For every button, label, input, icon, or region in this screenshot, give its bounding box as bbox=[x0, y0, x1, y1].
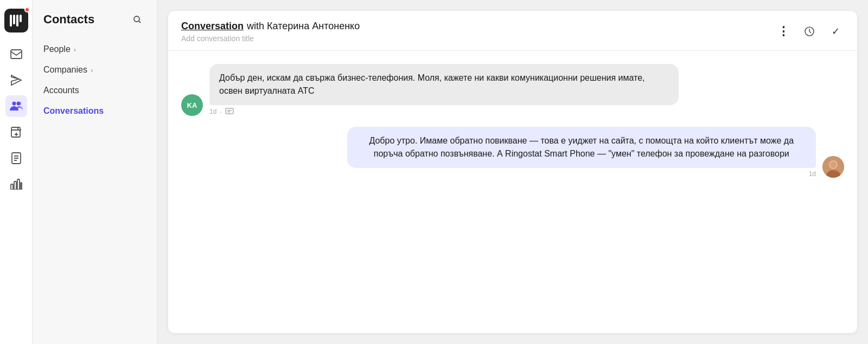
sidebar-item-accounts-label: Accounts bbox=[43, 86, 79, 95]
conversation-link[interactable]: Conversation bbox=[181, 21, 244, 32]
chevron-right-icon: › bbox=[74, 46, 76, 54]
sidebar-title: Contacts bbox=[43, 12, 94, 27]
message-area[interactable]: KA Добър ден, искам да свържа бизнес-тел… bbox=[168, 51, 857, 333]
conversation-subtitle[interactable]: Add conversation title bbox=[181, 34, 360, 43]
transcript-view-icon[interactable] bbox=[225, 108, 234, 115]
message-row: KA Добър ден, искам да свържа бизнес-тел… bbox=[181, 64, 679, 116]
svg-point-19 bbox=[830, 161, 837, 168]
message-row: Добро утро. Имаме обратно повикване — то… bbox=[347, 127, 845, 178]
svg-rect-2 bbox=[16, 15, 18, 27]
conversation-header: Conversation with Катерина Антоненко Add… bbox=[168, 11, 857, 51]
history-button[interactable] bbox=[801, 23, 818, 40]
inbox-nav-icon[interactable] bbox=[5, 43, 27, 65]
message-time: 1d bbox=[209, 108, 216, 115]
analytics-nav-icon[interactable] bbox=[5, 173, 27, 195]
library-nav-icon[interactable] bbox=[5, 147, 27, 169]
svg-rect-9 bbox=[11, 184, 13, 190]
message-meta-outgoing: 1d bbox=[347, 170, 816, 178]
message-bubble-wrap: Добро утро. Имаме обратно повикване — то… bbox=[347, 127, 816, 178]
transcript-icon: · bbox=[220, 107, 222, 116]
notification-badge bbox=[24, 7, 30, 12]
sidebar-search-button[interactable] bbox=[129, 11, 146, 28]
svg-rect-0 bbox=[10, 15, 12, 27]
conversation-title-section: Conversation with Катерина Антоненко Add… bbox=[181, 21, 360, 43]
conversation-actions: ⋮ ✓ bbox=[775, 21, 844, 40]
sidebar-item-companies[interactable]: Companies › bbox=[33, 60, 157, 80]
svg-rect-4 bbox=[11, 50, 22, 59]
message-meta: 1d · bbox=[209, 107, 679, 116]
message-bubble-wrap: Добър ден, искам да свържа бизнес-телефо… bbox=[209, 64, 679, 116]
message-time-outgoing: 1d bbox=[809, 170, 816, 178]
svg-point-5 bbox=[12, 102, 16, 106]
sidebar-header: Contacts bbox=[33, 11, 157, 39]
svg-rect-15 bbox=[226, 108, 233, 114]
svg-rect-12 bbox=[21, 183, 22, 190]
sidebar-item-people-label: People bbox=[43, 44, 71, 54]
sidebar-item-conversations[interactable]: Conversations bbox=[33, 101, 157, 121]
svg-rect-3 bbox=[20, 15, 22, 22]
more-options-button[interactable]: ⋮ bbox=[775, 23, 792, 40]
sidebar-item-accounts[interactable]: Accounts bbox=[33, 80, 157, 101]
conversation-title-rest: with Катерина Антоненко bbox=[247, 21, 360, 32]
chevron-right-icon: › bbox=[91, 66, 93, 74]
message-bubble-incoming: Добър ден, искам да свържа бизнес-телефо… bbox=[209, 64, 679, 105]
svg-rect-1 bbox=[13, 15, 15, 24]
campaigns-nav-icon[interactable] bbox=[5, 69, 27, 91]
avatar: KA bbox=[181, 94, 203, 116]
sidebar: Contacts People › Companies › Accounts C… bbox=[33, 0, 157, 344]
svg-rect-11 bbox=[17, 179, 20, 190]
sidebar-item-conversations-label: Conversations bbox=[43, 106, 104, 116]
agent-avatar bbox=[822, 156, 844, 178]
svg-rect-10 bbox=[14, 181, 16, 190]
knowledge-nav-icon[interactable] bbox=[5, 121, 27, 143]
sidebar-item-companies-label: Companies bbox=[43, 65, 87, 75]
sidebar-item-people[interactable]: People › bbox=[33, 39, 157, 60]
svg-point-13 bbox=[134, 16, 139, 22]
icon-rail bbox=[0, 0, 33, 344]
conversation-title-line: Conversation with Катерина Антоненко bbox=[181, 21, 360, 32]
main-content: Conversation with Катерина Антоненко Add… bbox=[168, 11, 857, 333]
message-bubble-outgoing: Добро утро. Имаме обратно повикване — то… bbox=[347, 127, 816, 168]
svg-point-7 bbox=[18, 102, 21, 105]
app-logo[interactable] bbox=[4, 9, 28, 33]
contacts-nav-icon[interactable] bbox=[5, 95, 27, 117]
resolve-button[interactable]: ✓ bbox=[827, 23, 844, 40]
